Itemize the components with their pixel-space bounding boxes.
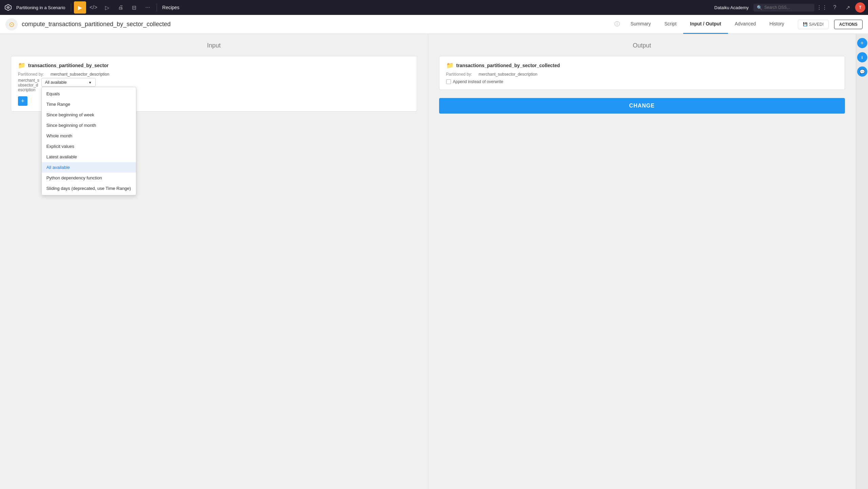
output-dataset-name: transactions_partitioned_by_sector_colle…: [456, 63, 560, 68]
avatar[interactable]: T: [855, 2, 865, 13]
search-box: 🔍: [753, 4, 814, 12]
tab-summary[interactable]: Summary: [624, 15, 658, 34]
output-dataset-card: 📁 transactions_partitioned_by_sector_col…: [439, 56, 845, 90]
sidebar-add-btn[interactable]: +: [857, 38, 867, 48]
recipe-tabs: Summary Script Input / Output Advanced H…: [624, 15, 791, 34]
deploy-nav-btn[interactable]: 🖨: [115, 1, 127, 14]
input-panel-title: Input: [11, 42, 417, 49]
tab-script[interactable]: Script: [657, 15, 683, 34]
input-panel: Input 📁 transactions_partitioned_by_sect…: [0, 34, 428, 489]
output-panel-title: Output: [439, 42, 845, 49]
partition-text-block: merchant_s ubsector_d escription: [18, 78, 39, 92]
append-checkbox[interactable]: [446, 79, 451, 84]
output-partitioned-value: merchant_subsector_description: [479, 72, 537, 77]
input-dataset-name: transactions_partitioned_by_sector: [28, 63, 108, 68]
tab-history[interactable]: History: [763, 15, 791, 34]
output-partitioned-row: Partitioned by: merchant_subsector_descr…: [446, 72, 838, 77]
nav-separator-2: [157, 3, 157, 12]
search-icon: 🔍: [757, 5, 762, 10]
play-nav-btn[interactable]: ▷: [101, 1, 113, 14]
search-input[interactable]: [764, 5, 811, 10]
output-panel: Output 📁 transactions_partitioned_by_sec…: [428, 34, 856, 489]
recipe-header: ⊙ compute_transactions_partitioned_by_se…: [0, 15, 868, 34]
chevron-down-icon: ▼: [88, 81, 92, 84]
append-label: Append instead of overwrite: [453, 79, 504, 84]
recipe-help-icon[interactable]: ⓘ: [614, 21, 620, 28]
io-content: Input 📁 transactions_partitioned_by_sect…: [0, 34, 856, 489]
dropdown-option-time-range[interactable]: Time Range: [42, 99, 136, 110]
partition-dropdown-btn[interactable]: All available ▼: [41, 78, 96, 87]
project-name: Partitioning in a Scenario: [16, 5, 65, 10]
input-dataset-card: 📁 transactions_partitioned_by_sector Par…: [11, 56, 417, 112]
dropdown-option-whole-month[interactable]: Whole month: [42, 131, 136, 141]
recipe-icon: ⊙: [5, 18, 18, 31]
output-partitioned-label: Partitioned by:: [446, 72, 477, 77]
dropdown-option-python[interactable]: Python dependency function: [42, 173, 136, 183]
academy-link[interactable]: Dataiku Academy: [712, 4, 751, 12]
partition-dropdown-menu: Equals Time Range Since beginning of wee…: [41, 87, 136, 195]
actions-button[interactable]: ACTIONS: [834, 20, 863, 29]
section-label: Recipes: [162, 5, 180, 10]
tab-advanced[interactable]: Advanced: [728, 15, 763, 34]
recipe-type-icon: ⊙: [9, 20, 15, 28]
output-folder-icon: 📁: [446, 62, 454, 69]
more-nav-btn[interactable]: ···: [142, 1, 154, 14]
scenario-nav-btn[interactable]: ▶: [74, 1, 86, 14]
dropdown-option-since-month[interactable]: Since beginning of month: [42, 120, 136, 131]
sidebar-chat-btn[interactable]: 💬: [857, 66, 867, 77]
input-partitioned-value: merchant_subsector_description: [51, 72, 109, 77]
right-sidebar: + i 💬: [856, 34, 868, 489]
dropdown-option-explicit[interactable]: Explicit values: [42, 141, 136, 152]
partition-dropdown: All available ▼ Equals Time Range: [41, 78, 96, 87]
top-navbar: Partitioning in a Scenario ▶ </> ▷ 🖨 ⊟ ·…: [0, 0, 868, 15]
saved-button[interactable]: 💾 SAVED!: [798, 20, 829, 29]
trend-icon[interactable]: ↗: [842, 2, 853, 13]
input-dataset-header: 📁 transactions_partitioned_by_sector: [18, 62, 410, 69]
io-panels: Input 📁 transactions_partitioned_by_sect…: [0, 34, 856, 489]
main-content: Input 📁 transactions_partitioned_by_sect…: [0, 34, 868, 489]
navbar-right: Dataiku Academy 🔍 ⋮⋮ ? ↗ T: [712, 2, 865, 13]
partition-selected-value: All available: [45, 80, 67, 85]
input-partitioned-row: Partitioned by: merchant_subsector_descr…: [18, 72, 410, 77]
add-input-btn[interactable]: +: [18, 96, 27, 106]
append-row: Append instead of overwrite: [446, 79, 838, 84]
svg-marker-1: [6, 6, 10, 9]
recipe-title: compute_transactions_partitioned_by_sect…: [22, 21, 610, 28]
help-icon[interactable]: ?: [829, 2, 840, 13]
code-nav-btn[interactable]: </>: [87, 1, 100, 14]
dropdown-option-latest[interactable]: Latest available: [42, 152, 136, 162]
tab-input-output[interactable]: Input / Output: [683, 15, 728, 34]
dropdown-option-all-available[interactable]: All available: [42, 162, 136, 173]
change-button[interactable]: CHANGE: [439, 98, 845, 114]
partition-selector-area: merchant_s ubsector_d escription All ava…: [18, 78, 410, 92]
dropdown-option-equals[interactable]: Equals: [42, 89, 136, 99]
input-folder-icon: 📁: [18, 62, 25, 69]
output-dataset-header: 📁 transactions_partitioned_by_sector_col…: [446, 62, 838, 69]
grid-icon[interactable]: ⋮⋮: [816, 2, 827, 13]
input-partitioned-label: Partitioned by:: [18, 72, 48, 77]
sidebar-info-btn[interactable]: i: [857, 52, 867, 62]
app-logo[interactable]: [3, 2, 14, 13]
dropdown-option-sliding-days[interactable]: Sliding days (deprecated, use Time Range…: [42, 183, 136, 194]
dashboard-nav-btn[interactable]: ⊟: [128, 1, 140, 14]
dropdown-option-since-week[interactable]: Since beginning of week: [42, 110, 136, 120]
nav-separator: [71, 3, 71, 12]
